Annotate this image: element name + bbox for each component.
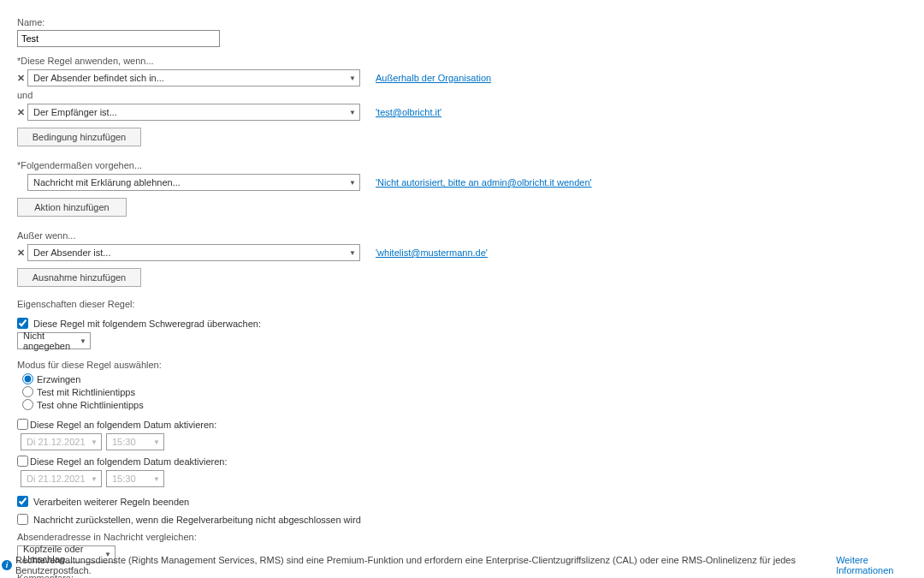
action1-dropdown[interactable]: Nachricht mit Erklärung ablehnen... ▼: [27, 174, 360, 191]
deactivate-time-dropdown[interactable]: 15:30 ▼: [106, 470, 164, 487]
condition2-dropdown[interactable]: Der Empfänger ist... ▼: [27, 104, 360, 121]
stop-processing-checkbox[interactable]: [17, 496, 28, 507]
do-following-label: *Folgendermaßen vorgehen...: [17, 160, 924, 170]
action1-text: Nachricht mit Erklärung ablehnen...: [33, 177, 181, 188]
compare-address-label: Absenderadresse in Nachricht vergleichen…: [17, 532, 924, 542]
add-action-button[interactable]: Aktion hinzufügen: [17, 198, 127, 217]
except1-dropdown[interactable]: Der Absender ist... ▼: [27, 244, 360, 261]
chevron-down-icon: ▼: [153, 438, 160, 446]
mode-test-notips-label: Test ohne Richtlinientipps: [37, 400, 144, 410]
close-icon[interactable]: ✕: [17, 107, 27, 118]
add-condition-button[interactable]: Bedingung hinzufügen: [17, 128, 141, 146]
activate-date-dropdown[interactable]: Di 21.12.2021 ▼: [21, 433, 102, 450]
deactivate-date-checkbox[interactable]: [17, 456, 28, 467]
deactivate-date-label: Diese Regel an folgendem Datum deaktivie…: [30, 456, 228, 467]
mode-enforce-label: Erzwingen: [37, 374, 80, 384]
close-icon[interactable]: ✕: [17, 247, 27, 259]
except1-text: Der Absender ist...: [33, 247, 111, 258]
name-input[interactable]: [17, 30, 220, 47]
deactivate-date-dropdown[interactable]: Di 21.12.2021 ▼: [21, 470, 102, 487]
activate-date-checkbox[interactable]: [17, 419, 28, 430]
mode-test-notips-radio[interactable]: [22, 399, 33, 410]
and-label: und: [17, 90, 924, 100]
chevron-down-icon: ▼: [349, 109, 356, 116]
monitor-severity-checkbox[interactable]: [17, 318, 28, 329]
activate-date-label: Diese Regel an folgendem Datum aktiviere…: [30, 420, 216, 430]
chevron-down-icon: ▼: [91, 438, 98, 446]
action1-value-link[interactable]: 'Nicht autorisiert, bitte an admin@olbri…: [376, 177, 592, 188]
info-icon: i: [2, 560, 12, 570]
stop-processing-label: Verarbeiten weiterer Regeln beenden: [33, 497, 189, 507]
name-label: Name:: [17, 17, 924, 27]
deactivate-date-value: Di 21.12.2021: [27, 474, 86, 484]
mode-test-tips-radio[interactable]: [22, 386, 33, 397]
footer-text: Rechteverwaltungsdienste (Rights Managem…: [15, 555, 832, 575]
except1-value-link[interactable]: 'whitelist@mustermann.de': [376, 247, 488, 258]
close-icon[interactable]: ✕: [17, 73, 27, 84]
monitor-severity-label: Diese Regel mit folgendem Schweregrad üb…: [33, 319, 261, 329]
deactivate-time-value: 15:30: [112, 474, 136, 484]
defer-message-checkbox[interactable]: [17, 514, 28, 525]
condition2-text: Der Empfänger ist...: [33, 107, 117, 117]
chevron-down-icon: ▼: [91, 475, 98, 483]
condition2-value-link[interactable]: 'test@olbricht.it': [376, 107, 441, 117]
mode-enforce-radio[interactable]: [22, 373, 33, 384]
properties-header: Eigenschaften dieser Regel:: [17, 299, 924, 309]
chevron-down-icon: ▼: [153, 475, 160, 483]
severity-value: Nicht angegeben: [23, 331, 80, 351]
activate-date-value: Di 21.12.2021: [27, 437, 86, 447]
apply-rule-label: *Diese Regel anwenden, wenn...: [17, 56, 924, 66]
mode-label: Modus für diese Regel auswählen:: [17, 360, 924, 370]
condition1-value-link[interactable]: Außerhalb der Organisation: [376, 73, 491, 83]
activate-time-value: 15:30: [112, 437, 136, 447]
more-info-link[interactable]: Weitere Informationen: [836, 555, 924, 575]
add-exception-button[interactable]: Ausnahme hinzufügen: [17, 268, 141, 287]
chevron-down-icon: ▼: [349, 249, 356, 257]
severity-dropdown[interactable]: Nicht angegeben ▼: [17, 332, 91, 349]
except-label: Außer wenn...: [17, 230, 924, 241]
condition1-text: Der Absender befindet sich in...: [33, 73, 164, 83]
condition1-dropdown[interactable]: Der Absender befindet sich in... ▼: [27, 69, 360, 86]
activate-time-dropdown[interactable]: 15:30 ▼: [106, 433, 164, 450]
chevron-down-icon: ▼: [80, 337, 86, 345]
chevron-down-icon: ▼: [349, 74, 356, 82]
defer-message-label: Nachricht zurückstellen, wenn die Regelv…: [33, 515, 361, 525]
chevron-down-icon: ▼: [349, 179, 356, 187]
mode-test-tips-label: Test mit Richtlinientipps: [37, 387, 135, 397]
